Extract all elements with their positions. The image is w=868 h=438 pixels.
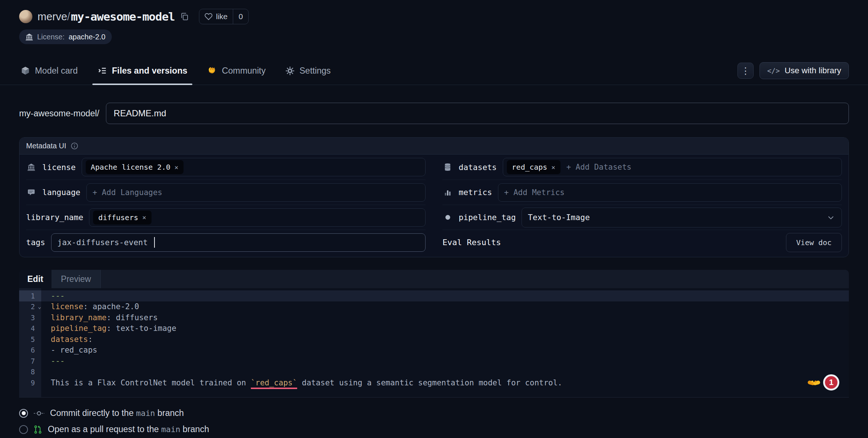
tab-label: Settings [299,66,331,76]
pull-request-label: Open as a pull request to the main branc… [48,424,209,434]
field-eval-results: Eval Results View doc [442,230,842,255]
like-button[interactable]: like 0 [199,9,249,24]
gear-icon [285,66,295,75]
kebab-icon: ⋮ [741,66,750,76]
like-count[interactable]: 0 [233,9,249,24]
breadcrumb[interactable]: my-awesome-model/ [19,109,99,119]
editor-tabs: Edit Preview [19,270,849,288]
add-languages-placeholder: + Add Languages [90,188,163,197]
field-label-language: language [42,188,81,197]
code-editor[interactable]: 1---2⌄license: apache-2.03library_name: … [19,288,849,397]
field-library-name: library_name diffusers × [26,205,426,230]
view-doc-button[interactable]: View doc [786,233,842,252]
tag-text: red_caps [512,163,547,172]
community-icon [207,66,217,76]
metrics-input[interactable]: + Add Metrics [498,183,842,202]
code-lines: 1---2⌄license: apache-2.03library_name: … [19,290,849,388]
library-tag: diffusers × [93,211,151,225]
tabbar-wrap: Model card Files and versions Community [0,57,868,85]
fold-chevron-icon[interactable]: ⌄ [38,303,41,310]
line-number: 9 [19,379,41,387]
code-line[interactable]: 4pipeline_tag: text-to-image [19,323,849,334]
kebab-menu-button[interactable]: ⋮ [737,63,754,79]
code-line[interactable]: 9This is a Flax ControlNet model trained… [19,377,849,388]
remove-tag-icon[interactable]: × [551,163,555,171]
model-name-link[interactable]: my-awesome-model [71,10,175,23]
branch-name: main [161,425,180,434]
tab-model-card[interactable]: Model card [19,57,79,85]
field-license: license Apache license 2.0 × [26,155,426,180]
info-icon[interactable] [71,142,78,150]
owner-link[interactable]: merve [38,11,67,23]
chevron-down-icon [827,213,838,222]
tab-community[interactable]: Community [206,57,267,85]
tab-files-and-versions[interactable]: Files and versions [96,57,189,85]
radio-pull-request[interactable] [19,425,28,434]
files-tree-icon [97,66,107,75]
tab-edit[interactable]: Edit [19,270,51,288]
code-line[interactable]: 2⌄license: apache-2.0 [19,301,849,312]
copy-icon[interactable] [180,12,189,21]
commit-section: Commit directly to the main branch Open … [19,397,849,435]
metadata-panel-header: Metadata UI [19,138,849,155]
library-name-input[interactable]: diffusers × [89,208,426,227]
pipeline-tag-select[interactable]: Text-to-Image [522,208,842,227]
tab-label: Files and versions [112,66,187,76]
remove-tag-icon[interactable]: × [174,163,178,171]
pull-request-icon [33,425,42,434]
path-separator: / [67,11,70,23]
license-input[interactable]: Apache license 2.0 × [82,158,426,176]
field-label-license: license [42,163,76,172]
metadata-title: Metadata UI [26,142,66,150]
code-line[interactable]: 1--- [19,290,849,301]
code-line[interactable]: 7--- [19,356,849,367]
tab-preview[interactable]: Preview [51,270,101,288]
pipeline-tag-value: Text-to-Image [528,213,590,222]
page-header: merve / my-awesome-model like 0 License:… [0,0,868,44]
code-line[interactable]: 8 [19,367,849,378]
discussion-count-badge[interactable]: 1 [823,374,839,391]
tag-text: Apache license 2.0 [91,163,171,172]
radio-commit-direct[interactable] [19,409,28,418]
avatar[interactable] [19,10,32,23]
language-input[interactable]: + Add Languages [86,183,426,202]
pull-request-option[interactable]: Open as a pull request to the main branc… [19,424,849,435]
file-path-row: my-awesome-model/ [19,103,849,124]
code-text: datasets: [41,335,93,344]
code-icon: </> [767,67,780,75]
field-pipeline-tag: pipeline_tag Text-to-Image [442,205,842,230]
like-label: like [216,12,228,21]
like-left: like [199,12,233,21]
discussion-annotation: 1 [807,374,839,391]
title-row: merve / my-awesome-model like 0 [19,0,849,24]
line-number: 8 [19,368,41,376]
field-datasets: datasets red_caps × + Add Datasets [442,155,842,180]
handshake-icon [807,378,821,388]
commit-direct-option[interactable]: Commit directly to the main branch [19,408,849,419]
use-with-library-button[interactable]: </> Use with library [760,62,849,79]
speech-bubble-icon [26,188,36,197]
tag-text: diffusers [98,213,138,222]
field-language: language + Add Languages [26,180,426,205]
datasets-input[interactable]: red_caps × + Add Datasets [503,158,842,176]
text-caret [154,237,155,248]
line-number: 6 [19,346,41,354]
code-text: --- [41,357,65,365]
text: branch [180,424,209,434]
remove-tag-icon[interactable]: × [142,213,146,221]
code-text: This is a Flax ControlNet model trained … [41,378,562,387]
license-badge[interactable]: License: apache-2.0 [19,29,112,44]
license-label: License: [37,33,65,41]
field-label-metrics: metrics [459,188,492,197]
bar-chart-icon [442,188,453,197]
add-datasets-placeholder: + Add Datasets [566,163,632,172]
code-line[interactable]: 3library_name: diffusers [19,312,849,323]
code-line[interactable]: 6- red_caps [19,345,849,356]
bank-icon [26,163,36,171]
tags-input[interactable]: jax-diffusers-event [51,233,426,252]
filename-input[interactable] [106,103,849,124]
code-text: --- [41,292,65,300]
commit-direct-label: Commit directly to the main branch [50,408,184,418]
tab-settings[interactable]: Settings [284,57,332,85]
code-line[interactable]: 5datasets: [19,334,849,345]
